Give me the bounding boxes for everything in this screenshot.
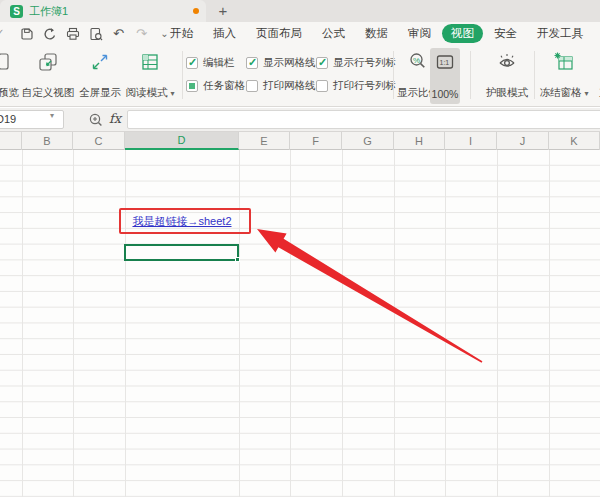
tab-developer[interactable]: 开发工具 [528,24,592,43]
page-break-preview-icon [0,51,9,73]
svg-text:1:1: 1:1 [440,59,450,66]
quick-access-toolbar: ↶ ↷ ⌄ [18,22,173,45]
name-box-caret-icon[interactable]: ▾ [50,111,54,120]
checkbox-print-headings[interactable]: 打印行号列标 [316,79,396,93]
freeze-panes-icon [553,51,575,73]
gridline [239,150,240,497]
print-preview-button[interactable] [87,25,104,42]
undo-icon: ↶ [113,27,124,40]
checkbox-show-headings[interactable]: 显示行号列标 [316,56,396,70]
one-to-one-icon: 1:1 [434,51,456,73]
custom-view-icon [37,51,59,73]
checkbox-checked-icon [186,57,198,69]
column-headers: B C D E F G H I J K [0,132,600,150]
print-preview-icon [88,26,104,42]
ribbon: 分页预览 自定义视图 全屏显示 [0,45,600,107]
tab-data[interactable]: 数据 [356,24,397,43]
chevron-down-icon: ▾ [170,89,174,98]
save-icon [19,26,35,42]
checkbox-unchecked-icon [246,80,258,92]
tab-review[interactable]: 审阅 [399,24,440,43]
eye-icon [496,51,518,73]
tab-security[interactable]: 安全 [485,24,526,43]
full-screen-icon [89,51,111,73]
column-header-j[interactable]: J [497,132,549,150]
column-header-i[interactable]: I [445,132,497,150]
magnifier-plus-icon [88,112,104,128]
zoom-100-button[interactable]: 1:1 100% [430,48,460,104]
print-icon [65,26,81,42]
fill-handle[interactable] [235,257,240,262]
checkbox-checked-icon [246,57,258,69]
view-options-column-3: 显示行号列标 打印行号列标 [316,56,396,93]
column-header-g[interactable]: G [342,132,394,150]
checkbox-task-pane[interactable]: 任务窗格 [186,79,245,93]
undo-button[interactable]: ↶ [110,25,127,42]
checkbox-unchecked-icon [316,80,328,92]
checkbox-filled-icon [186,80,198,92]
zoom-percent-icon: % [407,51,429,73]
redo-icon: ↷ [136,27,147,40]
document-tab[interactable]: S 工作簿1 [0,0,206,22]
formula-input[interactable] [127,110,600,129]
ribbon-separator [182,51,183,99]
gridline [22,150,23,497]
column-header-c[interactable]: C [73,132,125,150]
wps-app-icon: S [10,5,23,18]
zoom-formula-button[interactable] [88,112,104,132]
reading-mode-button[interactable]: 阅读模式 ▾ [120,48,180,104]
gridline [73,150,74,497]
cut-off-icon: ✓ [0,27,4,38]
checkbox-show-gridlines[interactable]: 显示网格线 [246,56,316,70]
column-header-d-selected[interactable]: D [125,132,239,150]
print-button[interactable] [64,25,81,42]
spreadsheet-grid[interactable] [0,150,600,497]
custom-view-button[interactable]: 自定义视图 [18,48,78,104]
gridline [342,150,343,497]
tab-page-layout[interactable]: 页面布局 [247,24,311,43]
menu-toolbar-row: ✓ [0,22,600,45]
insert-function-button[interactable]: fx [109,111,121,126]
chevron-down-icon: ▾ [584,89,588,98]
gridline [125,150,126,497]
selected-cell-outline[interactable] [124,244,239,261]
redo-button[interactable]: ↷ [133,25,150,42]
export-icon [42,26,58,42]
column-header-f[interactable]: F [290,132,342,150]
tab-insert[interactable]: 插入 [204,24,245,43]
rearrange-windows-button[interactable]: 重排窗口 [590,48,600,104]
ribbon-tab-bar: 开始 插入 页面布局 公式 数据 审阅 视图 安全 开发工具 特色功能 [160,22,600,45]
column-header-e[interactable]: E [239,132,290,150]
wps-spreadsheet-window: S 工作簿1 + ✓ [0,0,600,497]
tab-home[interactable]: 开始 [161,24,202,43]
unsaved-indicator-dot [193,8,199,14]
gridline [394,150,395,497]
eye-protection-button[interactable]: 护眼模式 [477,48,537,104]
tab-formulas[interactable]: 公式 [313,24,354,43]
document-title: 工作簿1 [29,4,68,19]
title-bar: S 工作簿1 + [0,0,600,22]
checkbox-print-gridlines[interactable]: 打印网格线 [246,79,316,93]
name-box[interactable]: D19 [0,110,64,129]
column-header-k[interactable]: K [549,132,600,150]
view-options-column-2: 显示网格线 打印网格线 [246,56,316,93]
svg-text:%: % [413,56,420,65]
gridline [497,150,498,497]
new-tab-button[interactable]: + [213,1,233,21]
ribbon-separator [470,51,471,99]
annotation-red-box [119,208,251,234]
freeze-panes-button[interactable]: 冻结窗格 ▾ [534,48,594,104]
column-header-a[interactable] [0,132,22,150]
view-options-column-1: 编辑栏 任务窗格 [186,56,245,93]
checkbox-checked-icon [316,57,328,69]
export-button[interactable] [41,25,58,42]
gridline [445,150,446,497]
column-header-b[interactable]: B [22,132,73,150]
column-header-h[interactable]: H [394,132,445,150]
tab-special-features[interactable]: 特色功能 [594,24,600,43]
checkbox-formula-bar[interactable]: 编辑栏 [186,56,245,70]
tab-view[interactable]: 视图 [442,24,483,43]
gridline [549,150,550,497]
save-button[interactable] [18,25,35,42]
reading-mode-icon [139,51,161,73]
